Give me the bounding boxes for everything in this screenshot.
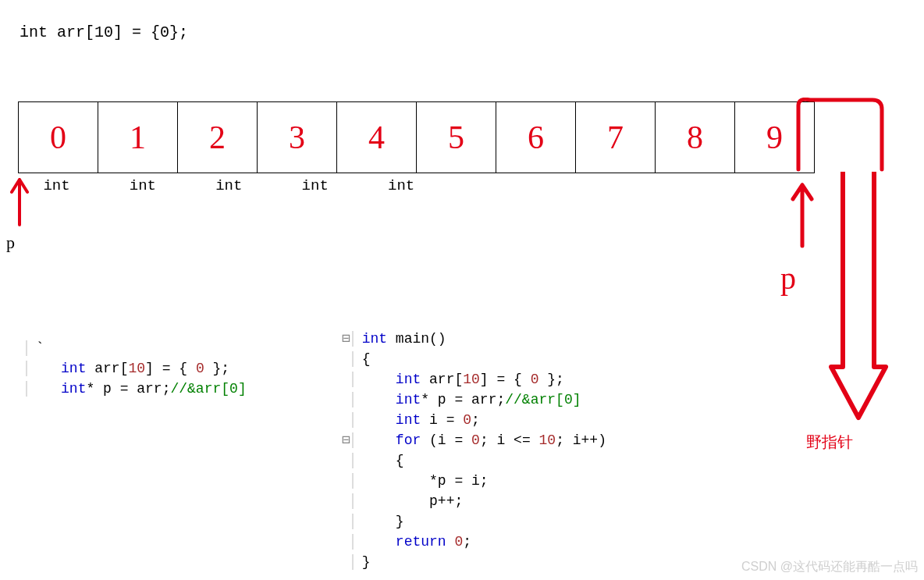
type-label: int [363, 177, 440, 194]
pointer-start-label: p [6, 233, 15, 253]
cell-5: 5 [448, 119, 464, 155]
cell-8: 8 [687, 119, 703, 155]
cell-9: 9 [766, 119, 783, 155]
code-snippet-2: ⊟ int main() { int arr[10] = { 0 }; int*… [342, 308, 606, 572]
code-snippet-1: ` int arr[10] = { 0 }; int* p = arr;//&a… [16, 318, 247, 399]
cell-0: 0 [50, 119, 66, 155]
wild-pointer-label: 野指针 [806, 432, 853, 453]
cell-6: 6 [528, 119, 544, 155]
wild-pointer-arrow-icon [827, 172, 890, 422]
array-declaration: int arr[10] = {0}; [20, 23, 188, 41]
cell-4: 4 [368, 119, 385, 155]
cell-7: 7 [607, 119, 624, 155]
array-table: 0 1 2 3 4 5 6 7 8 9 [18, 101, 815, 173]
type-label: int [276, 177, 354, 194]
type-label: int [18, 177, 95, 194]
type-label: int [190, 177, 268, 194]
type-labels-row: int int int int int [18, 177, 440, 194]
cell-2: 2 [209, 119, 226, 155]
cell-3: 3 [289, 119, 305, 155]
cell-1: 1 [130, 119, 146, 155]
pointer-end-arrow-icon [787, 176, 818, 254]
type-label: int [104, 177, 181, 194]
pointer-end-label: p [780, 260, 796, 297]
watermark: CSDN @这代码还能再酷一点吗 [741, 559, 918, 575]
